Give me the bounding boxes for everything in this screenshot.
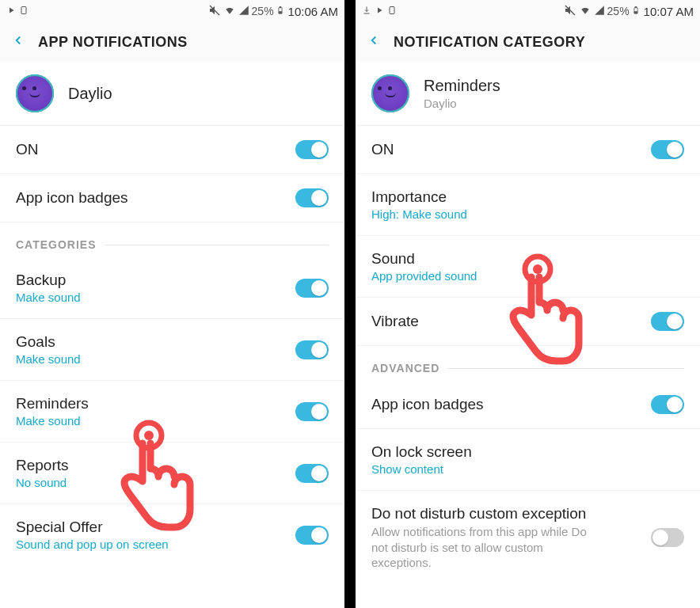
category-row-reminders[interactable]: Reminders Make sound — [0, 381, 344, 443]
battery-pct: 25% — [607, 5, 630, 17]
svg-rect-0 — [21, 6, 26, 13]
play-icon — [6, 5, 16, 17]
app-name: Daylio — [68, 85, 112, 103]
category-name: Reminders — [16, 395, 89, 412]
app-bar: NOTIFICATION CATEGORY — [356, 22, 700, 62]
category-name: Special Offer — [16, 519, 169, 536]
app-bar: APP NOTIFICATIONS — [0, 22, 344, 62]
content-right: Reminders Daylio ON Importance High: Mak… — [356, 62, 700, 608]
dnd-label: Do not disturb custom exception — [371, 505, 601, 522]
badges-label: App icon badges — [16, 189, 128, 207]
svg-rect-11 — [634, 11, 637, 13]
content-left: Daylio ON App icon badges CATEGORIES Bac… — [0, 62, 344, 608]
svg-rect-10 — [635, 6, 637, 7]
battery-icon — [276, 4, 284, 19]
battery-icon — [632, 4, 640, 19]
dnd-row[interactable]: Do not disturb custom exception Allow no… — [356, 491, 700, 585]
badges-toggle[interactable] — [651, 395, 684, 414]
category-sub: No sound — [16, 476, 69, 489]
category-row-reports[interactable]: Reports No sound — [0, 443, 344, 504]
signal-icon — [594, 5, 605, 18]
page-title: APP NOTIFICATIONS — [38, 34, 188, 51]
svg-rect-7 — [390, 6, 394, 13]
page-title: NOTIFICATION CATEGORY — [394, 34, 585, 51]
app-icon — [16, 74, 54, 112]
app-header[interactable]: Daylio — [0, 62, 344, 126]
on-label: ON — [371, 141, 394, 158]
status-bar: 25% 10:06 AM — [0, 0, 344, 22]
svg-rect-3 — [280, 6, 281, 7]
badges-row[interactable]: App icon badges — [356, 381, 700, 429]
category-toggle[interactable] — [295, 402, 329, 421]
vibrate-toggle[interactable] — [651, 312, 684, 331]
sound-value: App provided sound — [371, 269, 477, 283]
section-categories-label: CATEGORIES — [16, 238, 97, 251]
badges-row[interactable]: App icon badges — [0, 174, 344, 222]
section-advanced: ADVANCED — [356, 346, 700, 381]
vibrate-label: Vibrate — [371, 313, 419, 330]
category-toggle[interactable] — [295, 464, 329, 483]
master-toggle[interactable] — [295, 140, 329, 159]
category-toggle[interactable] — [295, 526, 329, 545]
category-sub: Make sound — [16, 352, 81, 366]
wifi-icon — [579, 5, 592, 18]
clock-text: 10:07 AM — [644, 5, 694, 18]
clock-text: 10:06 AM — [288, 5, 338, 18]
dnd-sub: Allow notifications from this app while … — [371, 524, 601, 571]
category-name: Reports — [16, 457, 69, 474]
vibrate-row[interactable]: Vibrate — [356, 298, 700, 346]
master-toggle-row[interactable]: ON — [0, 126, 344, 174]
screen-right: 25% 10:07 AM NOTIFICATION CATEGORY Remin… — [356, 0, 700, 608]
category-sub: Make sound — [16, 414, 89, 428]
download-icon — [362, 5, 371, 18]
category-toggle[interactable] — [295, 279, 329, 298]
importance-row[interactable]: Importance High: Make sound — [356, 174, 700, 236]
device-icon — [387, 5, 397, 18]
category-name: Backup — [16, 272, 81, 289]
app-icon — [371, 74, 409, 112]
category-sub: Make sound — [16, 291, 81, 304]
lockscreen-row[interactable]: On lock screen Show content — [356, 429, 700, 491]
on-label: ON — [16, 141, 39, 158]
category-toggle[interactable] — [295, 340, 329, 359]
lockscreen-label: On lock screen — [371, 443, 472, 461]
svg-rect-4 — [279, 11, 281, 13]
back-icon[interactable] — [11, 33, 25, 51]
category-row-goals[interactable]: Goals Make sound — [0, 319, 344, 381]
wifi-icon — [223, 5, 236, 18]
dnd-toggle[interactable] — [651, 528, 684, 547]
play-icon — [375, 5, 384, 17]
importance-value: High: Make sound — [371, 207, 467, 221]
category-row-backup[interactable]: Backup Make sound — [0, 257, 344, 319]
section-categories: CATEGORIES — [0, 222, 344, 257]
screen-left: 25% 10:06 AM APP NOTIFICATIONS Daylio ON — [0, 0, 344, 608]
battery-pct: 25% — [252, 5, 274, 17]
sound-label: Sound — [371, 250, 477, 268]
back-icon[interactable] — [367, 33, 381, 51]
category-sub: Sound and pop up on screen — [16, 538, 169, 551]
signal-icon — [238, 5, 249, 18]
app-name-sub: Daylio — [424, 97, 500, 110]
master-toggle[interactable] — [651, 140, 684, 159]
badges-toggle[interactable] — [295, 188, 329, 207]
badges-label: App icon badges — [371, 396, 484, 413]
master-toggle-row[interactable]: ON — [356, 126, 700, 174]
category-header[interactable]: Reminders Daylio — [356, 62, 700, 126]
mute-icon — [208, 4, 221, 19]
category-row-special-offer[interactable]: Special Offer Sound and pop up on screen — [0, 504, 344, 565]
sound-row[interactable]: Sound App provided sound — [356, 236, 700, 298]
category-name: Reminders — [424, 77, 500, 95]
importance-label: Importance — [371, 188, 467, 206]
category-name: Goals — [16, 333, 81, 351]
lockscreen-value: Show content — [371, 462, 472, 476]
status-bar: 25% 10:07 AM — [356, 0, 700, 22]
device-icon — [19, 5, 29, 18]
mute-icon — [564, 4, 576, 19]
section-advanced-label: ADVANCED — [371, 362, 439, 374]
